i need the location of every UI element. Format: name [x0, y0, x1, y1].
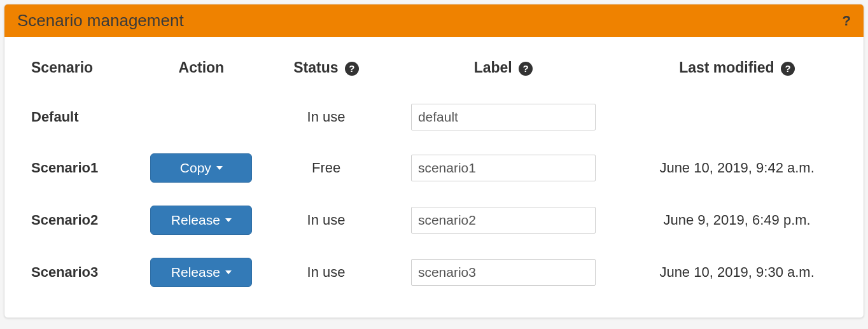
header-status: Status ?: [276, 50, 377, 92]
scenario-name: Scenario3: [24, 246, 127, 298]
label-input[interactable]: [411, 104, 596, 130]
panel-help-icon[interactable]: ?: [843, 13, 851, 29]
help-icon[interactable]: ?: [781, 62, 795, 76]
chevron-down-icon: [225, 218, 232, 222]
scenario-name: Default: [24, 92, 127, 142]
label-input[interactable]: [411, 207, 596, 234]
status-cell: In use: [276, 246, 377, 298]
table-row: Default In use: [24, 92, 844, 142]
action-cell: Release: [127, 246, 275, 298]
chevron-down-icon: [225, 270, 232, 274]
scenario-name: Scenario2: [24, 194, 127, 246]
label-cell: [377, 92, 630, 142]
action-cell: Release: [127, 194, 275, 246]
header-scenario: Scenario: [24, 50, 127, 92]
help-icon[interactable]: ?: [519, 62, 533, 76]
table-row: Scenario2 Release In use June 9, 2019, 6…: [24, 194, 844, 246]
chevron-down-icon: [216, 166, 223, 170]
help-icon[interactable]: ?: [345, 62, 359, 76]
last-modified-cell: June 9, 2019, 6:49 p.m.: [629, 194, 844, 246]
label-cell: [377, 142, 630, 194]
table-header-row: Scenario Action Status ? Label ? Last mo: [24, 50, 844, 92]
label-cell: [377, 246, 630, 298]
last-modified-cell: [629, 92, 844, 142]
scenario-table: Scenario Action Status ? Label ? Last mo: [24, 50, 844, 298]
header-last-modified: Last modified ?: [629, 50, 844, 92]
action-dropdown-button[interactable]: Release: [150, 258, 252, 287]
last-modified-cell: June 10, 2019, 9:42 a.m.: [629, 142, 844, 194]
table-body: Default In use Scenario1 Copy: [24, 92, 844, 298]
panel-header: Scenario management ?: [4, 4, 864, 37]
action-dropdown-button[interactable]: Release: [150, 206, 252, 235]
label-input[interactable]: [411, 155, 596, 181]
panel-body: Scenario Action Status ? Label ? Last mo: [4, 37, 864, 318]
scenario-management-panel: Scenario management ? Scenario Action St…: [4, 4, 864, 318]
label-cell: [377, 194, 630, 246]
header-label: Label ?: [377, 50, 630, 92]
header-action: Action: [127, 50, 275, 92]
table-row: Scenario3 Release In use June 10, 2019, …: [24, 246, 844, 298]
action-cell: [127, 92, 275, 142]
status-cell: In use: [276, 92, 377, 142]
scenario-name: Scenario1: [24, 142, 127, 194]
status-cell: In use: [276, 194, 377, 246]
last-modified-cell: June 10, 2019, 9:30 a.m.: [629, 246, 844, 298]
action-cell: Copy: [127, 142, 275, 194]
label-input[interactable]: [411, 259, 596, 286]
status-cell: Free: [276, 142, 377, 194]
panel-title: Scenario management: [17, 11, 184, 31]
table-row: Scenario1 Copy Free June 10, 2019, 9:42 …: [24, 142, 844, 194]
action-dropdown-button[interactable]: Copy: [150, 153, 252, 183]
